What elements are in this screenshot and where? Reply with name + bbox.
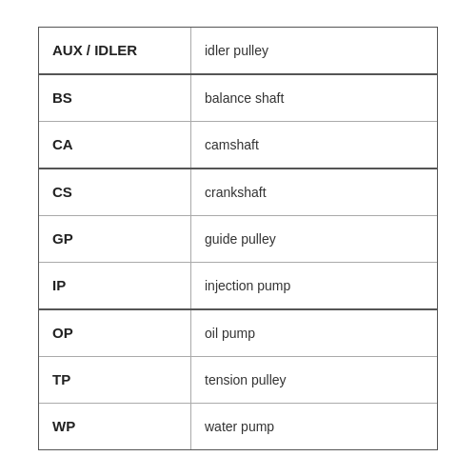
abbreviations-table: AUX / IDLERidler pulleyBSbalance shaftCA… — [38, 27, 438, 450]
table-row: GPguide pulley — [39, 216, 437, 263]
table-row: BSbalance shaft — [39, 75, 437, 122]
description-cell: oil pump — [191, 310, 437, 356]
table-row: OPoil pump — [39, 310, 437, 357]
table-row: IPinjection pump — [39, 263, 437, 310]
description-cell: camshaft — [191, 122, 437, 168]
abbreviation-cell: IP — [39, 263, 191, 308]
abbreviation-cell: GP — [39, 216, 191, 262]
table-row: WPwater pump — [39, 404, 437, 449]
description-cell: idler pulley — [191, 28, 437, 73]
table-row: AUX / IDLERidler pulley — [39, 28, 437, 75]
table-row: CScrankshaft — [39, 169, 437, 216]
abbreviation-cell: CS — [39, 169, 191, 215]
description-cell: guide pulley — [191, 216, 437, 262]
table-row: CAcamshaft — [39, 122, 437, 169]
abbreviation-cell: AUX / IDLER — [39, 28, 191, 73]
description-cell: water pump — [191, 404, 437, 449]
abbreviation-cell: OP — [39, 310, 191, 356]
description-cell: tension pulley — [191, 357, 437, 403]
abbreviation-cell: TP — [39, 357, 191, 403]
abbreviation-cell: CA — [39, 122, 191, 168]
description-cell: balance shaft — [191, 75, 437, 121]
description-cell: crankshaft — [191, 169, 437, 215]
abbreviation-cell: WP — [39, 404, 191, 449]
description-cell: injection pump — [191, 263, 437, 308]
abbreviation-cell: BS — [39, 75, 191, 121]
table-row: TPtension pulley — [39, 357, 437, 404]
